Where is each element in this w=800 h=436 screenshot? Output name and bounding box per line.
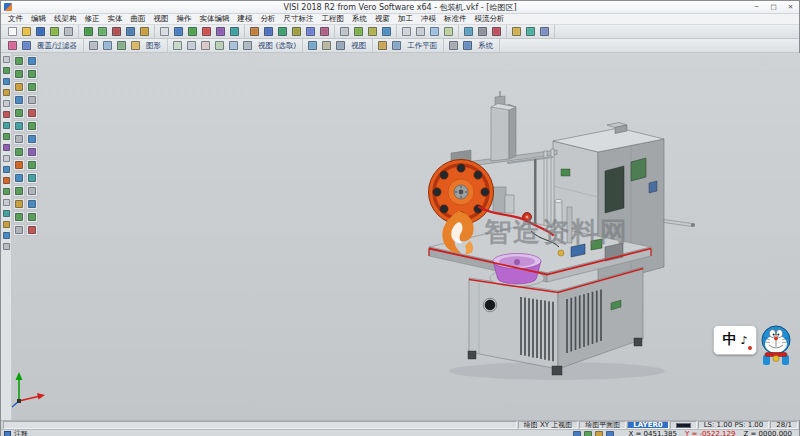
fillet-button[interactable] [352, 26, 365, 38]
menu-item-6[interactable]: 视图 [150, 14, 173, 24]
new-file-button[interactable] [6, 26, 19, 38]
trim-tool-button[interactable] [2, 154, 11, 163]
point-button[interactable] [158, 26, 171, 38]
minimize-button[interactable]: ─ [748, 1, 765, 13]
menu-item-14[interactable]: 视窗 [371, 14, 394, 24]
track-button[interactable] [605, 430, 614, 436]
redo-button[interactable] [96, 26, 109, 38]
zoom-in-button[interactable] [400, 26, 413, 38]
point-tool-button[interactable] [2, 66, 11, 75]
offset-tool-button[interactable] [2, 143, 11, 152]
database-button[interactable] [461, 40, 474, 52]
grid-toggle-button[interactable] [594, 430, 603, 436]
workplane-set-button[interactable] [390, 40, 403, 52]
shaded-view-button[interactable] [306, 40, 319, 52]
zoom-fit-button[interactable] [428, 26, 441, 38]
arc-tool-button[interactable] [2, 99, 11, 108]
color-swatch-field[interactable] [670, 421, 697, 429]
chamfer-tool-button[interactable] [2, 187, 11, 196]
counter-field[interactable]: 28/1 [770, 421, 798, 429]
polygon-tool-button[interactable] [2, 132, 11, 141]
cone-button[interactable] [290, 26, 303, 38]
overlay-toggle-button[interactable] [6, 40, 19, 52]
menu-item-11[interactable]: 尺寸标注 [280, 14, 318, 24]
arc-button[interactable] [186, 26, 199, 38]
line-tool-button[interactable] [2, 77, 11, 86]
output-rod[interactable] [664, 220, 695, 228]
surface-filter-button[interactable] [101, 40, 114, 52]
extend-tool-button[interactable] [2, 165, 11, 174]
feeder-disc[interactable] [429, 160, 494, 225]
cut-button[interactable] [110, 26, 123, 38]
copy-button[interactable] [124, 26, 137, 38]
box-button[interactable] [248, 26, 261, 38]
zoom-window-button[interactable] [241, 40, 254, 52]
circle-tool-button[interactable] [2, 88, 11, 97]
ime-indicator[interactable]: 中 ♪ [713, 325, 757, 355]
scale-tool-button[interactable] [2, 231, 11, 240]
trim-button[interactable] [338, 26, 351, 38]
offset-button[interactable] [380, 26, 393, 38]
zoom-out-button[interactable] [414, 26, 427, 38]
workplane-field[interactable]: 绘图 XY 上视图 [518, 421, 579, 429]
view-top-button[interactable] [171, 40, 184, 52]
hidden-line-button[interactable] [320, 40, 333, 52]
line-button[interactable] [172, 26, 185, 38]
menu-item-16[interactable]: 冲模 [417, 14, 440, 24]
menu-item-18[interactable]: 模流分析 [471, 14, 509, 24]
open-folder-button[interactable] [20, 26, 33, 38]
undo-button[interactable] [82, 26, 95, 38]
shade-button[interactable] [462, 26, 475, 38]
point-filter-button[interactable] [129, 40, 142, 52]
view-iso-button[interactable] [213, 40, 226, 52]
wireframe-button[interactable] [476, 26, 489, 38]
view-rotate-button[interactable] [227, 40, 240, 52]
machine-tower[interactable] [491, 91, 516, 161]
print-button[interactable] [62, 26, 75, 38]
menu-item-4[interactable]: 实体 [104, 14, 127, 24]
layer-field[interactable]: LAYER0 [627, 421, 668, 429]
perspective-button[interactable] [334, 40, 347, 52]
solid-filter-button[interactable] [115, 40, 128, 52]
sphere-button[interactable] [262, 26, 275, 38]
viewport-3d[interactable] [12, 53, 800, 420]
scale-field[interactable]: LS: 1.00 PS: 1.00 [698, 421, 770, 429]
analyze-button[interactable] [524, 26, 537, 38]
circle-button[interactable] [200, 26, 213, 38]
feeder-bowl[interactable] [490, 254, 544, 287]
wireframe-filter-button[interactable] [87, 40, 100, 52]
osnap-button[interactable] [572, 430, 581, 436]
maximize-button[interactable]: □ [765, 1, 782, 13]
view-front-button[interactable] [185, 40, 198, 52]
ellipse-tool-button[interactable] [2, 121, 11, 130]
hide-button[interactable] [490, 26, 503, 38]
ortho-button[interactable] [583, 430, 592, 436]
rotate-tool-button[interactable] [2, 220, 11, 229]
menu-item-10[interactable]: 分析 [257, 14, 280, 24]
menu-item-12[interactable]: 工程图 [318, 14, 349, 24]
menu-item-0[interactable]: 文件 [4, 14, 27, 24]
fillet-tool-button[interactable] [2, 176, 11, 185]
view-side-button[interactable] [199, 40, 212, 52]
filter-button[interactable] [20, 40, 33, 52]
menu-item-8[interactable]: 实体编辑 [196, 14, 234, 24]
rectangle-button[interactable] [214, 26, 227, 38]
measure-button[interactable] [510, 26, 523, 38]
select-button[interactable] [2, 55, 11, 64]
menu-item-13[interactable]: 系统 [348, 14, 371, 24]
menu-item-15[interactable]: 加工 [394, 14, 417, 24]
layers-button[interactable] [538, 26, 551, 38]
array-tool-button[interactable] [2, 242, 11, 251]
menu-item-1[interactable]: 编辑 [27, 14, 50, 24]
menu-item-17[interactable]: 标准件 [440, 14, 471, 24]
menu-item-5[interactable]: 曲面 [127, 14, 150, 24]
settings-button[interactable] [447, 40, 460, 52]
chamfer-button[interactable] [366, 26, 379, 38]
view-field[interactable]: 绘图平面图 [579, 421, 626, 429]
pan-button[interactable] [442, 26, 455, 38]
save-button[interactable] [34, 26, 47, 38]
move-tool-button[interactable] [2, 209, 11, 218]
workplane-xy-button[interactable] [376, 40, 389, 52]
mirror-tool-button[interactable] [2, 198, 11, 207]
extrude-button[interactable] [304, 26, 317, 38]
